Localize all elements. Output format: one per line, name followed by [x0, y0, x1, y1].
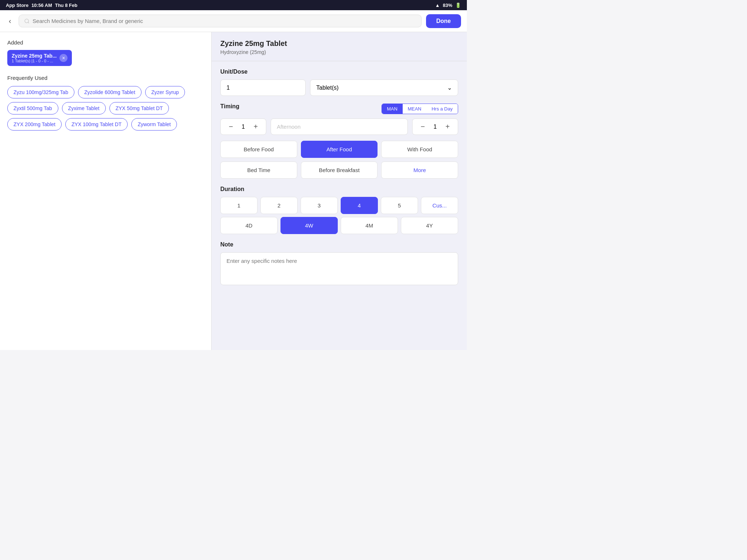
duration-number-button[interactable]: 2 [260, 197, 298, 214]
frequently-used-pill[interactable]: Zyworm Tablet [131, 118, 177, 131]
done-button[interactable]: Done [426, 14, 461, 28]
morning-increment-button[interactable]: + [251, 122, 260, 131]
detail-section: Unit/Dose Tablet(s) ⌄ Timing MAN MEAN Hr… [212, 61, 467, 301]
duration-unit-button[interactable]: 4Y [401, 217, 458, 234]
frequently-used-pill[interactable]: Zyzolide 600mg Tablet [78, 86, 142, 98]
duration-unit-button[interactable]: 4W [280, 217, 338, 234]
search-input[interactable] [32, 18, 416, 24]
frequently-used-pill[interactable]: ZYX 100mg Tablet DT [65, 118, 128, 131]
added-chip-name: Zyzine 25mg Tab... [12, 53, 57, 59]
duration-numbers: 12345Cus... [220, 197, 458, 214]
evening-decrement-button[interactable]: − [418, 122, 427, 131]
search-icon [24, 18, 30, 24]
wifi-icon: ▲ [435, 3, 440, 8]
frequently-used-pill[interactable]: ZYX 200mg Tablet [7, 118, 62, 131]
frequently-used-pill[interactable]: Zyzu 100mg/325mg Tab [7, 86, 74, 98]
morning-decrement-button[interactable]: − [227, 122, 235, 131]
timing-hrs-button[interactable]: Hrs a Day [426, 104, 458, 114]
frequently-used-pill[interactable]: Zyxtil 500mg Tab [7, 102, 58, 114]
unit-dose-label: Unit/Dose [220, 69, 458, 75]
remove-medicine-button[interactable]: × [59, 54, 67, 62]
duration-number-button[interactable]: Cus... [421, 197, 458, 214]
status-left: App Store 10:56 AM Thu 8 Feb [6, 3, 77, 8]
dose-input[interactable] [220, 79, 306, 96]
food-options-row1: Before FoodAfter FoodWith Food [220, 141, 458, 158]
evening-stepper: − 1 + [412, 118, 458, 135]
food-options-row2: Bed TimeBefore BreakfastMore [220, 162, 458, 179]
status-bar: App Store 10:56 AM Thu 8 Feb ▲ 83% 🔋 [0, 0, 467, 10]
note-section: Note [220, 241, 458, 287]
timing-mean-button[interactable]: MEAN [403, 104, 427, 114]
unit-select[interactable]: Tablet(s) ⌄ [310, 79, 458, 96]
duration-unit-button[interactable]: 4M [341, 217, 398, 234]
unit-select-value: Tablet(s) [316, 85, 338, 91]
duration-number-button[interactable]: 3 [301, 197, 338, 214]
duration-number-button[interactable]: 4 [341, 197, 378, 214]
app-store-label: App Store [6, 3, 28, 8]
medicine-subtitle: Hydroxyzine (25mg) [220, 49, 458, 55]
frequently-used-grid: Zyzu 100mg/325mg TabZyzolide 600mg Table… [7, 86, 204, 131]
status-date: Thu 8 Feb [55, 3, 77, 8]
back-button[interactable]: ‹ [6, 15, 14, 27]
duration-label: Duration [220, 186, 458, 192]
chevron-down-icon: ⌄ [447, 84, 452, 91]
duration-units: 4D4W4M4Y [220, 217, 458, 234]
timing-toggle: MAN MEAN Hrs a Day [382, 104, 458, 114]
duration-section: Duration 12345Cus... 4D4W4M4Y [220, 186, 458, 234]
duration-unit-button[interactable]: 4D [220, 217, 278, 234]
status-right: ▲ 83% 🔋 [435, 3, 461, 8]
svg-line-1 [28, 22, 29, 23]
afternoon-placeholder: Afternoon [271, 118, 408, 135]
search-bar-container [19, 15, 422, 27]
timing-header: Timing MAN MEAN Hrs a Day [220, 103, 458, 114]
afternoon-text: Afternoon [277, 124, 301, 130]
timing-man-button[interactable]: MAN [382, 104, 403, 114]
morning-value: 1 [240, 124, 247, 130]
food-option-button[interactable]: Before Food [220, 141, 297, 158]
stepper-row: − 1 + Afternoon − 1 + [220, 118, 458, 135]
duration-number-button[interactable]: 5 [381, 197, 418, 214]
battery-label: 83% [443, 3, 452, 8]
left-panel: Added Zyzine 25mg Tab... 1 Tablet(s) |1 … [0, 32, 212, 350]
evening-increment-button[interactable]: + [443, 122, 452, 131]
note-label: Note [220, 241, 458, 248]
timing-label: Timing [220, 103, 239, 110]
added-label: Added [7, 39, 204, 46]
food-timing-button[interactable]: Before Breakfast [301, 162, 378, 179]
medicine-name: Zyzine 25mg Tablet [220, 39, 458, 48]
evening-value: 1 [431, 124, 439, 130]
battery-icon: 🔋 [455, 3, 461, 8]
frequently-used-pill[interactable]: ZYX 50mg Tablet DT [109, 102, 169, 114]
note-textarea[interactable] [220, 252, 458, 285]
svg-point-0 [25, 19, 28, 23]
status-time: 10:56 AM [31, 3, 52, 8]
morning-stepper: − 1 + [220, 118, 266, 135]
frequently-used-pill[interactable]: Zyxime Tablet [62, 102, 106, 114]
food-option-button[interactable]: After Food [301, 141, 378, 158]
frequently-used-pill[interactable]: Zyzer Syrup [145, 86, 185, 98]
header: ‹ Done [0, 10, 467, 32]
added-chip-text: Zyzine 25mg Tab... 1 Tablet(s) |1 - 0 - … [12, 53, 57, 63]
added-chip-sub: 1 Tablet(s) |1 - 0 - 0 - ... [12, 59, 57, 63]
frequently-used-label: Frequently Used [7, 75, 204, 81]
medicine-header: Zyzine 25mg Tablet Hydroxyzine (25mg) [212, 32, 467, 61]
added-medicine-chip: Zyzine 25mg Tab... 1 Tablet(s) |1 - 0 - … [7, 50, 72, 66]
right-panel: Zyzine 25mg Tablet Hydroxyzine (25mg) Un… [212, 32, 467, 350]
food-timing-button[interactable]: Bed Time [220, 162, 297, 179]
food-option-button[interactable]: With Food [381, 141, 458, 158]
dose-row: Tablet(s) ⌄ [220, 79, 458, 96]
food-timing-button[interactable]: More [381, 162, 458, 179]
duration-number-button[interactable]: 1 [220, 197, 258, 214]
main-layout: Added Zyzine 25mg Tab... 1 Tablet(s) |1 … [0, 32, 467, 350]
